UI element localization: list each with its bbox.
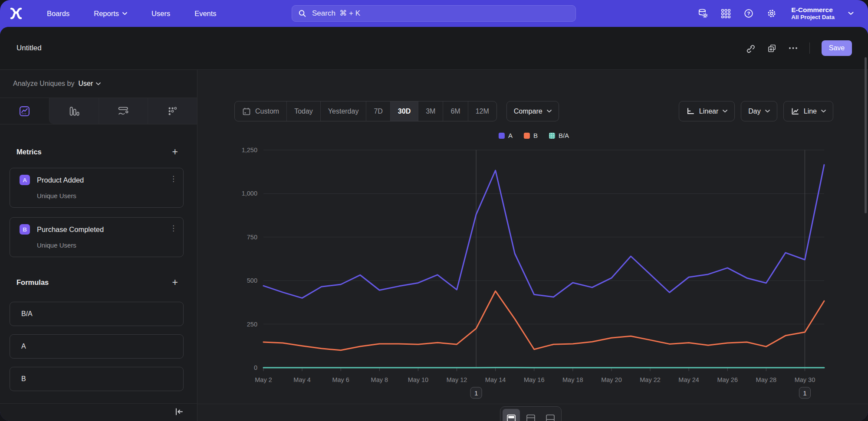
duplicate-icon[interactable] — [767, 43, 777, 53]
formula-card[interactable]: B/A — [10, 302, 184, 326]
series-line-b[interactable] — [263, 291, 824, 350]
add-metric-button[interactable]: + — [172, 147, 178, 157]
apps-grid-icon[interactable] — [721, 9, 731, 19]
line-chart: 02505007501,0001,250May 2May 4May 6May 8… — [197, 146, 868, 406]
help-icon[interactable]: ? — [743, 8, 754, 19]
report-title[interactable]: Untitled — [16, 44, 42, 52]
date-range-today[interactable]: Today — [286, 101, 320, 121]
x-tick-label: May 8 — [371, 376, 388, 383]
x-tick-label: May 26 — [717, 376, 738, 383]
layout-chart-top-toggle[interactable] — [503, 409, 520, 421]
copy-link-icon[interactable] — [745, 43, 755, 53]
tab-flows[interactable] — [99, 98, 148, 124]
x-tick-label: May 12 — [447, 376, 467, 383]
nav-item-users[interactable]: Users — [151, 10, 170, 18]
y-tick-label: 1,250 — [242, 147, 257, 153]
data-management-icon[interactable] — [697, 8, 708, 19]
formula-card[interactable]: A — [10, 334, 184, 359]
date-range-3m[interactable]: 3M — [418, 101, 443, 121]
series-line-a[interactable] — [263, 165, 824, 298]
app-window: BoardsReportsUsersEvents — [0, 0, 868, 421]
scrollbar-thumb[interactable] — [865, 57, 867, 213]
date-range-custom[interactable]: Custom — [235, 101, 286, 121]
nav-right-cluster: ? E-Commerce All Project Data — [697, 0, 854, 27]
annotation-badge[interactable]: 1 — [470, 387, 482, 398]
metric-card[interactable]: BPurchase Completed⋮Unique Users — [10, 217, 184, 257]
x-tick-label: May 24 — [678, 376, 699, 383]
x-tick-label: May 22 — [640, 376, 661, 383]
metric-name: Product Added — [37, 176, 84, 184]
interval-label: Day — [748, 108, 760, 115]
project-selector[interactable]: E-Commerce All Project Data — [791, 6, 835, 20]
formulas-section-header: Formulas + — [0, 277, 197, 287]
nav-item-label: Boards — [47, 10, 69, 18]
save-button[interactable]: Save — [822, 40, 852, 56]
insights-chart-icon — [19, 106, 30, 117]
date-range-7d[interactable]: 7D — [366, 101, 390, 121]
date-range-30d[interactable]: 30D — [390, 101, 418, 121]
project-chevron-down-icon — [848, 12, 854, 15]
date-range-label: Yesterday — [328, 108, 359, 115]
collapse-sidebar-icon[interactable] — [174, 407, 184, 416]
compare-button[interactable]: Compare — [506, 101, 559, 121]
more-options-icon[interactable] — [789, 47, 798, 49]
tab-insights[interactable] — [0, 98, 49, 124]
y-tick-label: 250 — [247, 321, 257, 328]
search-box[interactable] — [292, 5, 576, 22]
x-tick-label: May 28 — [756, 376, 777, 383]
project-scope: All Project Data — [791, 14, 835, 21]
svg-text:1: 1 — [474, 389, 478, 397]
display-controls: Linear Day — [679, 101, 833, 121]
x-tick-label: May 16 — [524, 376, 545, 383]
add-formula-button[interactable]: + — [172, 277, 178, 287]
date-range-label: 3M — [426, 108, 435, 115]
mixpanel-logo[interactable] — [10, 7, 23, 20]
tab-retention[interactable] — [148, 98, 197, 124]
date-range-label: 12M — [476, 108, 489, 115]
tab-funnels[interactable] — [49, 98, 99, 124]
content-shell: Untitled — [0, 27, 868, 421]
metric-card[interactable]: AProduct Added⋮Unique Users — [10, 168, 184, 208]
layout-split-toggle[interactable] — [522, 409, 539, 421]
settings-gear-icon[interactable] — [766, 8, 777, 19]
nav-item-events[interactable]: Events — [194, 10, 216, 18]
date-range-segmented-control: CustomTodayYesterday7D30D3M6M12M — [234, 101, 497, 121]
formula-name: B/A — [21, 310, 33, 318]
legend-label: A — [508, 132, 513, 139]
chart-style-dropdown[interactable]: Line — [783, 101, 833, 121]
date-range-12m[interactable]: 12M — [468, 101, 496, 121]
scale-label: Linear — [699, 108, 718, 115]
chevron-down-icon — [96, 82, 101, 85]
sidebar-footer — [0, 403, 197, 421]
analyze-by-dropdown[interactable]: User — [78, 80, 101, 88]
nav-menu: BoardsReportsUsersEvents — [47, 10, 217, 18]
kebab-icon[interactable]: ⋮ — [170, 224, 177, 233]
layout-table-bottom-toggle[interactable] — [542, 409, 559, 421]
legend-item-b-a[interactable]: B/A — [549, 132, 569, 139]
y-tick-label: 750 — [247, 234, 257, 241]
legend-swatch — [549, 133, 555, 139]
x-tick-label: May 20 — [601, 376, 622, 383]
x-tick-label: May 2 — [255, 376, 272, 383]
metrics-section-header: Metrics + — [0, 147, 197, 157]
nav-item-reports[interactable]: Reports — [94, 10, 127, 18]
date-range-yesterday[interactable]: Yesterday — [320, 101, 366, 121]
interval-dropdown[interactable]: Day — [741, 101, 777, 121]
x-tick-label: May 4 — [293, 376, 311, 383]
report-actions: Save — [745, 40, 852, 56]
bar-chart-icon — [69, 106, 79, 117]
kebab-icon[interactable]: ⋮ — [170, 174, 177, 183]
nav-item-boards[interactable]: Boards — [47, 10, 69, 18]
svg-text:1: 1 — [803, 389, 806, 397]
legend-item-b[interactable]: B — [524, 132, 538, 139]
formula-card[interactable]: B — [10, 367, 184, 391]
analyze-by-value: User — [78, 80, 93, 88]
date-range-6m[interactable]: 6M — [443, 101, 467, 121]
scale-dropdown[interactable]: Linear — [679, 101, 735, 121]
x-tick-label: May 18 — [562, 376, 583, 383]
search-input[interactable] — [311, 9, 569, 18]
x-tick-label: May 30 — [795, 376, 815, 383]
legend-item-a[interactable]: A — [499, 132, 513, 139]
nav-item-label: Users — [151, 10, 170, 18]
annotation-badge[interactable]: 1 — [799, 387, 810, 398]
